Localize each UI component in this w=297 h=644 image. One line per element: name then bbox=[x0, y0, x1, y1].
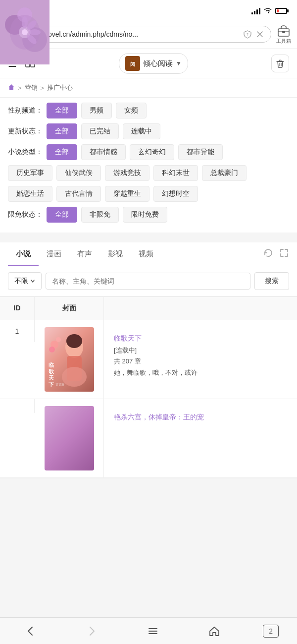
svg-point-21 bbox=[66, 334, 82, 348]
home-button[interactable] bbox=[202, 621, 227, 641]
genre-tag-fantasy[interactable]: 玄幻奇幻 bbox=[130, 144, 174, 160]
book-chapters-1: 共 207 章 bbox=[114, 357, 287, 366]
genre-tag-urban[interactable]: 都市情感 bbox=[81, 144, 126, 160]
col-info bbox=[104, 297, 297, 320]
status-label: 更新状态： bbox=[8, 127, 43, 136]
tab-film[interactable]: 影视 bbox=[100, 242, 131, 266]
status-tag-all[interactable]: 全部 bbox=[47, 123, 77, 139]
svg-text:某某著: 某某著 bbox=[55, 383, 64, 386]
search-input[interactable] bbox=[46, 273, 250, 290]
book-desc-1: 她，舞临歌，哦，不对，或许 bbox=[114, 368, 287, 378]
svg-rect-7 bbox=[282, 31, 285, 33]
chevron-down-icon bbox=[30, 279, 35, 284]
book-status-1: [连载中] bbox=[114, 346, 287, 355]
svg-point-20 bbox=[62, 367, 87, 387]
cell-cover-1: 临 歌 天 下 某某著 bbox=[35, 320, 104, 399]
free-tag-all[interactable]: 全部 bbox=[47, 207, 77, 223]
breadcrumb-current: 推广中心 bbox=[47, 83, 73, 92]
genre-tag-romance[interactable]: 婚恋生活 bbox=[8, 186, 52, 202]
genre-tag-history[interactable]: 历史军事 bbox=[8, 165, 52, 181]
svg-text:天: 天 bbox=[48, 375, 54, 381]
status-tag-ongoing[interactable]: 连载中 bbox=[123, 123, 160, 139]
gender-label: 性别频道： bbox=[8, 106, 43, 115]
genre-tag-wuxia[interactable]: 仙侠武侠 bbox=[56, 165, 101, 181]
brand-name: 倾心阅读 bbox=[143, 59, 173, 68]
tab-novel[interactable]: 小说 bbox=[8, 242, 39, 266]
table-container: ID 封面 1 bbox=[0, 296, 297, 478]
breadcrumb-marketing[interactable]: 营销 bbox=[25, 83, 38, 92]
genre-tag-reborn[interactable]: 穿越重生 bbox=[105, 186, 149, 202]
status-icons bbox=[251, 7, 287, 15]
battery-icon bbox=[275, 8, 287, 14]
svg-marker-17 bbox=[8, 84, 14, 90]
search-area: 不限 搜索 bbox=[0, 266, 297, 296]
brand-area: 阅 倾心阅读 ▼ bbox=[44, 53, 263, 74]
table-row: 1 bbox=[0, 320, 297, 399]
toolbox-button[interactable]: 工具箱 bbox=[276, 24, 291, 45]
trash-button[interactable] bbox=[271, 55, 289, 72]
table-row: 艳杀六宫，休掉皇帝：王的宠 bbox=[0, 399, 297, 478]
genre-filter-row2: 历史军事 仙侠武侠 游戏竞技 科幻末世 总裁豪门 bbox=[8, 165, 289, 181]
svg-point-23 bbox=[49, 347, 55, 352]
genre-tag-scifi[interactable]: 科幻末世 bbox=[153, 165, 198, 181]
genre-tag-ceo[interactable]: 总裁豪门 bbox=[202, 165, 247, 181]
gender-tag-female[interactable]: 女频 bbox=[116, 103, 147, 118]
free-tag-nonfree[interactable]: 非限免 bbox=[81, 207, 119, 223]
genre-tag-imagination[interactable]: 幻想时空 bbox=[153, 186, 198, 202]
search-type-label: 不限 bbox=[14, 277, 28, 286]
svg-text:临: 临 bbox=[49, 362, 54, 368]
book-cover-image-1: 临 歌 天 下 某某著 bbox=[45, 327, 94, 392]
back-button[interactable] bbox=[18, 621, 43, 641]
cell-info-1: 临歌天下 [连载中] 共 207 章 她，舞临歌，哦，不对，或许 bbox=[104, 320, 297, 392]
toolbox-icon bbox=[277, 24, 291, 38]
status-tag-completed[interactable]: 已完结 bbox=[81, 123, 119, 139]
breadcrumb-home-icon[interactable] bbox=[8, 84, 15, 92]
book-info-1: 临歌天下 [连载中] 共 207 章 她，舞临歌，哦，不对，或许 bbox=[110, 327, 291, 385]
book-title-1[interactable]: 临歌天下 bbox=[114, 334, 287, 343]
nav-menu-button[interactable] bbox=[141, 621, 165, 641]
spacer bbox=[0, 234, 297, 242]
gender-tag-male[interactable]: 男频 bbox=[81, 103, 112, 118]
gender-tag-all[interactable]: 全部 bbox=[47, 103, 77, 118]
book-title-2[interactable]: 艳杀六宫，休掉皇帝：王的宠 bbox=[114, 413, 287, 422]
tab-video[interactable]: 视频 bbox=[131, 242, 161, 266]
genre-tag-urban-super[interactable]: 都市异能 bbox=[178, 144, 223, 160]
shield-icon: ? bbox=[243, 30, 252, 39]
table-header: ID 封面 bbox=[0, 296, 297, 320]
genre-filter-row1: 小说类型： 全部 都市情感 玄幻奇幻 都市异能 bbox=[8, 144, 289, 160]
genre-tag-all[interactable]: 全部 bbox=[47, 144, 77, 160]
search-type-button[interactable]: 不限 bbox=[8, 272, 42, 290]
genre-tag-game[interactable]: 游戏竞技 bbox=[105, 165, 149, 181]
tabs-count-button[interactable]: 2 bbox=[263, 625, 279, 638]
address-action-icons: ? bbox=[243, 30, 264, 39]
bottom-nav: 2 bbox=[0, 617, 297, 644]
refresh-icon[interactable] bbox=[263, 248, 273, 260]
gender-filter-row: 性别频道： 全部 男频 女频 bbox=[8, 103, 289, 118]
brand-dropdown-icon: ▼ bbox=[176, 60, 182, 67]
genre-tag-ancient[interactable]: 古代言情 bbox=[56, 186, 101, 202]
signal-icon bbox=[251, 7, 260, 14]
forward-button[interactable] bbox=[79, 621, 104, 641]
search-button[interactable]: 搜索 bbox=[254, 272, 289, 290]
free-tags: 全部 非限免 限时免费 bbox=[47, 207, 167, 223]
svg-text:歌: 歌 bbox=[49, 368, 54, 374]
tab-manga[interactable]: 漫画 bbox=[39, 242, 69, 266]
cell-id-1: 1 bbox=[0, 320, 35, 342]
brand-logo: 阅 bbox=[125, 56, 140, 71]
filter-section: 性别频道： 全部 男频 女频 更新状态： 全部 已完结 连载中 小说类型： 全部… bbox=[0, 98, 297, 234]
tab-action-icons bbox=[263, 248, 289, 260]
bottom-spacer bbox=[0, 478, 297, 508]
cell-info-2: 艳杀六宫，休掉皇帝：王的宠 bbox=[104, 399, 297, 439]
close-icon[interactable] bbox=[256, 30, 264, 38]
tab-audio[interactable]: 有声 bbox=[69, 242, 100, 266]
wifi-icon bbox=[263, 7, 272, 15]
genre-filter-row3: 婚恋生活 古代言情 穿越重生 幻想时空 bbox=[8, 186, 289, 202]
free-tag-timelimited[interactable]: 限时免费 bbox=[123, 207, 167, 223]
col-id: ID bbox=[0, 297, 35, 320]
tabs-section: 小说 漫画 有声 影视 视频 不限 bbox=[0, 242, 297, 478]
brand-button[interactable]: 阅 倾心阅读 ▼ bbox=[119, 53, 188, 74]
svg-text:下: 下 bbox=[49, 381, 54, 387]
book-cover-image-2 bbox=[45, 406, 94, 470]
expand-icon[interactable] bbox=[279, 248, 289, 260]
free-label: 限免状态： bbox=[8, 210, 43, 219]
